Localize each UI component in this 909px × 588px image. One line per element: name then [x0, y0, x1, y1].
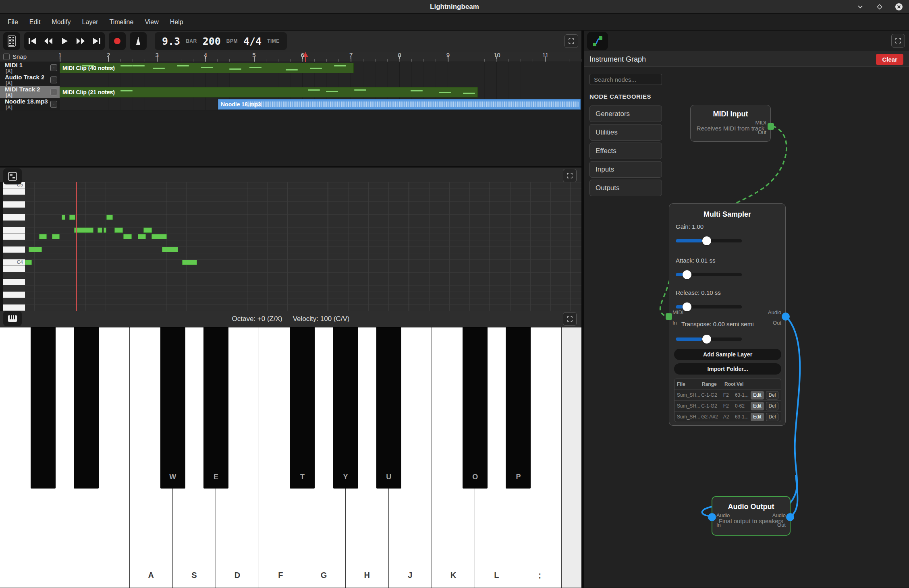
black-key-Y[interactable]: Y [333, 327, 358, 489]
midi-note[interactable] [143, 228, 152, 233]
multi-sampler-node[interactable]: Multi Sampler Gain: 1.00 Attack: 0.01 ss… [669, 203, 786, 426]
black-key-W[interactable]: W [160, 327, 185, 489]
instrument-graph-icon[interactable] [587, 32, 608, 50]
midi-note[interactable] [69, 215, 75, 220]
piano-roll-black-key[interactable] [3, 221, 25, 227]
black-key-E[interactable]: E [203, 327, 228, 489]
keyboard-fullscreen-icon[interactable] [563, 312, 577, 326]
piano-roll-grid[interactable] [25, 182, 581, 311]
midi-input-node[interactable]: MIDI Input Receives MIDI from track MIDI… [690, 105, 771, 142]
piano-roll-white-key[interactable] [3, 292, 25, 298]
menu-item-help[interactable]: Help [165, 16, 189, 28]
transpose-slider[interactable] [676, 337, 742, 341]
midi-note[interactable] [74, 228, 93, 233]
timeline-empty-area[interactable] [0, 110, 581, 166]
piano-roll-black-key[interactable] [3, 253, 25, 259]
attack-slider[interactable] [676, 273, 742, 276]
node-panel-fullscreen-icon[interactable] [891, 34, 905, 48]
track-lane[interactable] [60, 74, 581, 86]
menu-item-view[interactable]: View [139, 16, 164, 28]
keyboard-icon[interactable] [3, 311, 22, 326]
track-checkbox[interactable]: - [50, 77, 57, 83]
skip-start-icon[interactable] [24, 32, 40, 50]
piano-roll-white-key[interactable] [3, 201, 25, 208]
audio-clip[interactable]: Noodle 18.mp3 [218, 99, 581, 110]
piano-roll-black-key[interactable] [3, 298, 25, 304]
black-key-P[interactable]: P [506, 327, 531, 489]
timeline-ruler[interactable]: Snap 1234567891011 [0, 52, 581, 62]
menu-item-modify[interactable]: Modify [46, 16, 76, 28]
piano-roll-white-key[interactable] [3, 266, 25, 272]
gain-slider-thumb[interactable] [702, 236, 711, 245]
snap-checkbox[interactable] [3, 54, 10, 60]
audio-output-in-port[interactable] [708, 513, 716, 521]
edit-button[interactable]: Edit [751, 402, 764, 410]
audio-output-node[interactable]: Audio Output Final output to speakers Au… [712, 496, 791, 536]
piano-roll-black-key[interactable] [3, 195, 25, 201]
piano-roll-white-key[interactable] [3, 246, 25, 253]
skip-end-icon[interactable] [89, 32, 105, 50]
piano-roll-key-strip[interactable]: C5C4 [3, 182, 25, 311]
black-key-U[interactable]: U [376, 327, 401, 489]
timeline-fullscreen-icon[interactable] [564, 34, 578, 48]
import-folder-button[interactable]: Import Folder... [674, 363, 781, 375]
midi-note[interactable] [138, 234, 146, 239]
attack-slider-thumb[interactable] [683, 270, 691, 279]
category-outputs[interactable]: Outputs [589, 180, 662, 196]
menu-item-timeline[interactable]: Timeline [104, 16, 139, 28]
clear-button[interactable]: Clear [876, 54, 903, 65]
midi-note[interactable] [98, 228, 102, 233]
midi-note[interactable] [39, 234, 47, 239]
piano-roll-white-key[interactable] [3, 214, 25, 221]
release-slider-thumb[interactable] [683, 302, 691, 311]
black-key-T[interactable]: T [290, 327, 315, 489]
midi-note[interactable] [25, 260, 32, 265]
edit-button[interactable]: Edit [751, 413, 764, 421]
del-button[interactable]: Del [766, 391, 778, 400]
track-lane[interactable]: MIDI Clip (40 notes) [60, 62, 581, 74]
midi-note[interactable] [123, 234, 132, 239]
node-graph-canvas[interactable]: NODE CATEGORIES GeneratorsUtilitiesEffec… [584, 67, 909, 588]
white-key[interactable] [562, 327, 581, 588]
audio-output-out-port[interactable] [786, 513, 794, 521]
maximize-icon[interactable] [875, 2, 884, 11]
transpose-slider-thumb[interactable] [702, 335, 711, 344]
midi-note[interactable] [152, 234, 167, 239]
category-generators[interactable]: Generators [589, 106, 662, 122]
rewind-icon[interactable] [40, 32, 56, 50]
edit-button[interactable]: Edit [751, 391, 764, 400]
midi-note[interactable] [52, 234, 60, 239]
track-checkbox[interactable]: - [50, 101, 57, 108]
piano-roll-icon[interactable] [3, 168, 22, 184]
ruler-lane[interactable]: 1234567891011 [60, 52, 581, 62]
snap-toggle[interactable]: Snap [3, 53, 27, 60]
piano-roll-black-key[interactable] [3, 240, 25, 246]
play-icon[interactable] [56, 32, 73, 50]
piano-roll-white-key[interactable]: C4 [3, 259, 25, 266]
piano-roll-black-key[interactable] [3, 208, 25, 214]
piano-roll-white-key[interactable] [3, 234, 25, 240]
del-button[interactable]: Del [766, 402, 778, 410]
track-lane[interactable]: MIDI Clip (21 notes) [60, 86, 581, 98]
fast-forward-icon[interactable] [73, 32, 89, 50]
track-header-midi-1[interactable]: MIDI 1[A]- [0, 62, 60, 74]
midi-note[interactable] [29, 247, 42, 252]
search-input[interactable] [589, 74, 662, 85]
piano-roll-playhead[interactable] [76, 182, 77, 311]
category-utilities[interactable]: Utilities [589, 124, 662, 141]
midi-clip[interactable]: MIDI Clip (21 notes) [60, 87, 478, 97]
piano-roll-fullscreen-icon[interactable] [563, 169, 577, 182]
minimize-icon[interactable] [856, 2, 865, 11]
menu-item-edit[interactable]: Edit [24, 16, 46, 28]
midi-note[interactable] [104, 228, 106, 233]
midi-note[interactable] [62, 215, 65, 220]
piano-roll-black-key[interactable] [3, 272, 25, 279]
track-checkbox[interactable]: - [50, 64, 57, 71]
piano-roll-white-key[interactable] [3, 227, 25, 234]
piano-roll-black-key[interactable] [3, 285, 25, 292]
menu-item-file[interactable]: File [2, 16, 23, 28]
black-key-O[interactable]: O [463, 327, 488, 489]
black-key[interactable] [31, 327, 56, 489]
midi-note[interactable] [114, 228, 123, 233]
record-button[interactable] [109, 32, 126, 50]
